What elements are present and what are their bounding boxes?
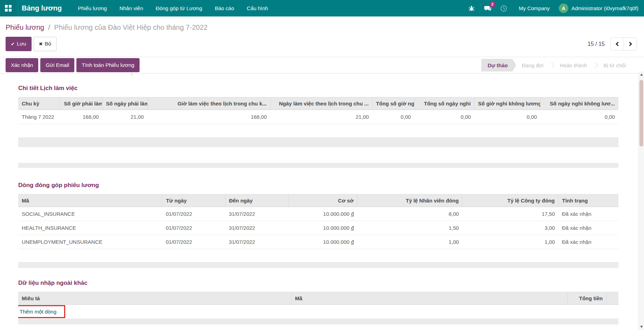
separator-band — [18, 137, 618, 147]
column-header[interactable]: Tổng tiền — [567, 292, 606, 305]
column-header[interactable]: Tổng số ngày nghỉ — [414, 97, 474, 110]
contributions-table: Mã Từ ngày Đến ngày Cơ sở Tỷ lệ Nhân viê… — [18, 194, 618, 249]
menu-item-settings[interactable]: Cấu hình — [240, 0, 274, 16]
pager-buttons — [610, 37, 637, 50]
schedule-header-row: Chu kỳ Số giờ phải làm... Số ngày phải l… — [18, 97, 618, 110]
column-header[interactable]: Tổng số giờ ng... — [372, 97, 414, 110]
scroll-down-icon[interactable] — [640, 326, 643, 328]
status-step-done[interactable]: Hoàn thành — [554, 59, 593, 71]
add-a-line-link[interactable]: Thêm một dòng — [20, 309, 56, 315]
column-header[interactable]: Tỷ lệ Nhân viên đóng — [357, 194, 462, 207]
cell-date-from: 01/07/2022 — [162, 207, 225, 221]
cell-date-to: 31/07/2022 — [225, 221, 289, 235]
cell-value: 0,00 — [414, 110, 474, 124]
form-sheet: Chi tiết Lịch làm việc Chu kỳ Số giờ phả… — [0, 74, 644, 317]
app-name[interactable]: Bảng lương — [22, 4, 62, 12]
add-line-row: Thêm một dòng — [18, 305, 618, 319]
action-statusbar-row: Xác nhận Gửi Email Tính toán Phiếu lương… — [0, 57, 644, 74]
column-header[interactable]: Từ ngày — [162, 194, 225, 207]
send-email-button[interactable]: Gửi Email — [40, 58, 74, 72]
activities-clock-icon[interactable] — [499, 4, 508, 13]
status-step-draft[interactable]: Dự thảo — [481, 59, 516, 71]
cell-status: Đã xác nhận — [558, 207, 618, 221]
chevron-separator-icon — [549, 62, 555, 68]
cell-value: 168,00 — [147, 110, 270, 124]
breadcrumb-current: Phiếu lương của Đào Việt Hiệp cho tháng … — [54, 23, 208, 31]
compute-payslip-button[interactable]: Tính toán Phiếu lương — [76, 58, 140, 72]
previous-record-button[interactable] — [611, 38, 624, 50]
column-header[interactable]: Đến ngày — [225, 194, 289, 207]
contribution-row[interactable]: HEALTH_INSURANCE 01/07/2022 31/07/2022 1… — [18, 221, 618, 235]
user-menu[interactable]: Administrator (i0vymafk7q0f) — [571, 5, 638, 11]
scrollbar-thumb[interactable] — [639, 80, 643, 146]
menu-item-contributions[interactable]: Đóng góp từ Lương — [149, 0, 209, 16]
check-icon: ✔ — [11, 41, 15, 47]
column-header[interactable]: Ngày làm việc theo lịch trong chu ... — [270, 97, 372, 110]
cell-date-to: 31/07/2022 — [225, 235, 289, 249]
chevron-left-icon — [616, 42, 620, 46]
cell-status: Đã xác nhận — [558, 221, 618, 235]
cell-date-to: 31/07/2022 — [225, 207, 289, 221]
menu-item-payslips[interactable]: Phiếu lương — [72, 0, 113, 16]
column-header[interactable]: Miêu tả — [18, 292, 291, 305]
cell-date-from: 01/07/2022 — [162, 235, 225, 249]
menu-item-employees[interactable]: Nhân viên — [113, 0, 150, 16]
systray: 2 My Company A Administrator (i0vymafk7q… — [463, 4, 644, 13]
main-menu: Phiếu lương Nhân viên Đóng góp từ Lương … — [72, 0, 274, 16]
cell-status: Đã xác nhận — [558, 235, 618, 249]
cell-base: 10.000.000đ — [288, 207, 357, 221]
apps-menu-button[interactable] — [0, 0, 16, 16]
cell-company-rate: 1,00 — [462, 235, 558, 249]
column-header[interactable]: Số giờ nghỉ không lương — [474, 97, 540, 110]
currency-symbol: đ — [351, 239, 354, 245]
debug-bug-icon[interactable] — [467, 4, 476, 13]
schedule-row[interactable]: Tháng 7 2022 168,00 21,00 168,00 21,00 0… — [18, 110, 618, 124]
confirm-button[interactable]: Xác nhận — [6, 58, 38, 72]
column-header[interactable]: Chu kỳ — [18, 97, 60, 110]
currency-symbol: đ — [351, 211, 354, 217]
breadcrumb-separator: / — [48, 23, 50, 31]
cell-value: 0,00 — [372, 110, 414, 124]
cell-value: 168,00 — [60, 110, 102, 124]
column-header[interactable]: Số ngày nghỉ không lươ... — [540, 97, 618, 110]
discard-button[interactable]: ✖Bỏ — [34, 37, 56, 51]
column-header[interactable]: Tỷ lệ Công ty đóng — [462, 194, 558, 207]
cell-company-rate: 3,00 — [462, 221, 558, 235]
vertical-scrollbar[interactable] — [638, 71, 644, 330]
cell-value: 0,00 — [474, 110, 540, 124]
breadcrumb: Phiếu lương / Phiếu lương của Đào Việt H… — [0, 16, 644, 32]
cell-employee-rate: 1,00 — [357, 235, 462, 249]
status-step-refused[interactable]: Bị từ chối — [598, 59, 631, 71]
messages-icon[interactable]: 2 — [483, 4, 492, 13]
separator-band — [18, 262, 618, 268]
user-avatar[interactable]: A — [559, 4, 568, 13]
contribution-row[interactable]: SOCIAL_INSURANCE 01/07/2022 31/07/2022 1… — [18, 207, 618, 221]
column-header[interactable]: Số giờ phải làm... — [60, 97, 102, 110]
status-step-waiting[interactable]: Đang đợi — [516, 59, 549, 71]
cell-code: SOCIAL_INSURANCE — [18, 207, 162, 221]
chevron-separator-icon — [592, 62, 598, 68]
section-title-other-inputs: Dữ liệu nhập ngoài khác — [18, 268, 618, 287]
column-header[interactable]: Tình trạng — [558, 194, 618, 207]
column-header[interactable]: Mã — [291, 292, 568, 305]
column-header[interactable]: Mã — [18, 194, 162, 207]
contribution-row[interactable]: UNEMPLOYMENT_UNSURANCE 01/07/2022 31/07/… — [18, 235, 618, 249]
column-header[interactable]: Giờ làm việc theo lịch trong chu k... — [147, 97, 270, 110]
separator-band — [18, 163, 618, 168]
cell-date-from: 01/07/2022 — [162, 221, 225, 235]
breadcrumb-parent-link[interactable]: Phiếu lương — [6, 23, 44, 31]
other-inputs-header-row: Miêu tả Mã Tổng tiền — [18, 292, 618, 305]
contributions-header-row: Mã Từ ngày Đến ngày Cơ sở Tỷ lệ Nhân viê… — [18, 194, 618, 207]
cell-value: 21,00 — [270, 110, 372, 124]
cell-company-rate: 17,50 — [462, 207, 558, 221]
column-header[interactable]: Số ngày phải làm — [102, 97, 147, 110]
menu-item-reports[interactable]: Báo cáo — [209, 0, 240, 16]
highlight-red-box: Thêm một dòng — [18, 305, 65, 318]
chevron-right-icon — [628, 42, 632, 46]
cell-employee-rate: 1,50 — [357, 221, 462, 235]
scroll-up-icon[interactable] — [640, 74, 643, 76]
next-record-button[interactable] — [624, 38, 637, 50]
company-switcher[interactable]: My Company — [519, 5, 550, 11]
column-header[interactable]: Cơ sở — [288, 194, 357, 207]
save-button[interactable]: ✔Lưu — [6, 37, 32, 51]
